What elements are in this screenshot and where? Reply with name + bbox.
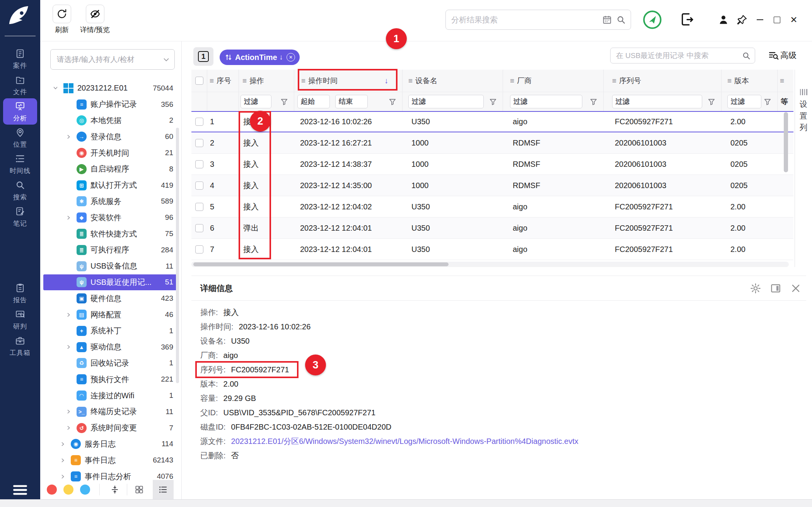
export-icon[interactable] <box>679 12 694 28</box>
horizontal-scrollbar[interactable] <box>191 262 789 267</box>
tree-item[interactable]: ψ USB最近使用记... 51 <box>43 274 178 291</box>
detail-field-value[interactable]: 20231212.E01/分区6/Windows/System32/winevt… <box>231 436 578 447</box>
list-view-icon[interactable] <box>153 480 174 499</box>
calendar-icon[interactable] <box>602 15 612 25</box>
collapsed-arrow-icon[interactable] <box>63 343 73 351</box>
sidebar-item-toolbox[interactable]: 工具箱 <box>0 333 40 359</box>
tree-item[interactable]: ◉ 服务日志 114 <box>43 436 178 452</box>
table-row[interactable]: 5接入2023-12-12 12:04:02U350aigoFC2005927F… <box>191 196 793 218</box>
filter-funnel-icon[interactable] <box>589 98 598 106</box>
collapsed-arrow-icon[interactable] <box>63 132 73 141</box>
collapsed-arrow-icon[interactable] <box>58 472 68 481</box>
tree-item[interactable]: ◉ 开关机时间 21 <box>43 145 178 161</box>
sidebar-item-judge[interactable]: 研判 <box>0 307 40 333</box>
column-menu-icon[interactable]: ≡ <box>510 77 514 85</box>
collapse-all-icon[interactable] <box>109 484 121 495</box>
horizontal-scrollbar-thumb[interactable] <box>193 262 449 266</box>
tree-item[interactable]: ⊞ 默认打开方式 419 <box>43 177 178 194</box>
vertical-scrollbar-thumb[interactable] <box>784 112 788 172</box>
navigator-badge-icon[interactable] <box>643 10 662 29</box>
remove-sort-icon[interactable]: ✕ <box>287 53 295 62</box>
tree-item[interactable]: → 登录信息 60 <box>43 128 178 145</box>
close-detail-icon[interactable] <box>790 283 802 294</box>
table-row[interactable]: 6弹出2023-12-12 12:04:01U350aigoFC2005927F… <box>191 218 793 239</box>
page-number-badge[interactable]: 1 <box>193 47 213 66</box>
filter-input[interactable] <box>408 95 484 108</box>
tree-item[interactable]: ψ USB设备信息 11 <box>43 258 178 274</box>
panel-layout-icon[interactable] <box>770 283 781 294</box>
sidebar-item-location[interactable]: 位置 <box>0 125 40 151</box>
global-search-input[interactable] <box>450 15 598 25</box>
tree-item[interactable]: ◎ 本地凭据 2 <box>43 113 178 129</box>
column-menu-icon[interactable]: ≡ <box>242 77 247 85</box>
sidebar-item-analysis[interactable]: 分析 <box>3 98 37 125</box>
column-menu-icon[interactable]: ≡ <box>301 77 305 85</box>
table-row[interactable]: 1接入2023-12-16 10:02:26U350aigoFC2005927F… <box>191 111 793 132</box>
status-dot-1[interactable] <box>47 485 57 495</box>
sidebar-item-files[interactable]: 文件 <box>0 72 40 98</box>
table-row[interactable]: 3接入2023-12-12 14:38:371000RDMSF202006101… <box>191 154 793 175</box>
row-checkbox[interactable] <box>195 224 203 232</box>
user-account-icon[interactable] <box>718 14 729 26</box>
filter-start-input[interactable] <box>297 95 330 108</box>
sidebar-item-timeline[interactable]: 时间线 <box>0 151 40 177</box>
table-search-input[interactable] <box>615 51 742 60</box>
collapsed-arrow-icon[interactable] <box>63 408 73 416</box>
holder-filter-select[interactable]: 请选择/输入持有人/检材 <box>50 49 175 70</box>
tree-item[interactable]: ✱ 系统服务 589 <box>43 194 178 210</box>
row-checkbox[interactable] <box>195 118 203 126</box>
column-menu-icon[interactable]: ≡ <box>210 77 214 85</box>
table-row[interactable]: 4接入2023-12-12 14:35:001000RDMSF202006101… <box>191 175 793 196</box>
column-header-3[interactable]: ≡ 设备名 <box>402 70 503 92</box>
table-row[interactable]: 7接入2023-12-12 12:04:01U350aigoFC2005927F… <box>191 239 793 260</box>
preview-toggle-button[interactable]: 详情/预览 <box>80 5 110 34</box>
column-header-0[interactable]: ≡ 序号 <box>207 70 239 92</box>
close-button[interactable]: ✕ <box>788 14 800 26</box>
sidebar-item-search[interactable]: 搜索 <box>0 177 40 204</box>
filter-input[interactable] <box>727 95 761 108</box>
tree-item[interactable]: ◆ 安装软件 96 <box>43 209 178 226</box>
collapsed-arrow-icon[interactable] <box>58 456 68 464</box>
tree-item[interactable]: ▤ 网络配置 46 <box>43 307 178 323</box>
advanced-search-button[interactable]: 高级 <box>768 50 797 61</box>
column-header-6[interactable]: ≡ 版本 <box>721 70 777 92</box>
maximize-button[interactable] <box>771 14 783 26</box>
table-row[interactable]: 2接入2023-12-12 16:27:211000RDMSF202006101… <box>191 132 793 154</box>
column-menu-icon[interactable]: ≡ <box>780 77 784 85</box>
tree-item[interactable]: ▣ 硬件信息 423 <box>43 290 178 307</box>
filter-funnel-icon[interactable] <box>280 98 288 106</box>
settings-gear-icon[interactable] <box>750 283 761 294</box>
sort-tag-actiontime[interactable]: ActionTime ↓ ✕ <box>220 50 300 65</box>
sidebar-item-notes[interactable]: 笔记 <box>0 204 40 230</box>
tree-item[interactable]: ▶ 自启动程序 8 <box>43 161 178 177</box>
tree-item[interactable]: ≣ 可执行程序 284 <box>43 242 178 258</box>
status-dot-2[interactable] <box>63 485 73 495</box>
column-header-5[interactable]: ≡ 序列号 <box>603 70 721 92</box>
tree-item[interactable]: ≡ 账户操作记录 356 <box>43 96 178 113</box>
search-icon[interactable] <box>616 15 626 25</box>
status-dot-3[interactable] <box>80 485 90 495</box>
tree-scrollbar[interactable] <box>176 128 179 383</box>
column-settings-strip[interactable]: 设置列 <box>795 70 812 267</box>
column-header-1[interactable]: ≡ 操作 <box>239 70 294 92</box>
expanded-arrow-icon[interactable] <box>50 84 60 92</box>
collapsed-arrow-icon[interactable] <box>63 213 73 222</box>
column-header-2[interactable]: ≡ 操作时间 ↓ <box>294 70 402 92</box>
grid-view-icon[interactable] <box>133 484 145 495</box>
collapsed-arrow-icon[interactable] <box>58 440 68 448</box>
column-header-4[interactable]: ≡ 厂商 <box>503 70 603 92</box>
tree-item[interactable]: + 系统补丁 1 <box>43 323 178 339</box>
row-checkbox[interactable] <box>195 203 203 211</box>
hamburger-menu-icon[interactable] <box>12 481 29 495</box>
column-header-7[interactable]: ≡ <box>777 70 793 92</box>
row-checkbox[interactable] <box>195 182 203 190</box>
sidebar-item-case[interactable]: 案件 <box>0 46 40 72</box>
filter-funnel-icon[interactable] <box>388 98 397 106</box>
filter-input[interactable] <box>612 95 702 108</box>
refresh-button[interactable]: 刷新 <box>53 5 71 34</box>
filter-funnel-icon[interactable] <box>707 98 716 106</box>
tree-item[interactable]: ≡ 预执行文件 221 <box>43 371 178 387</box>
filter-end-input[interactable] <box>335 95 368 108</box>
sidebar-item-report[interactable]: 报告 <box>0 280 40 307</box>
minimize-button[interactable] <box>754 14 766 26</box>
